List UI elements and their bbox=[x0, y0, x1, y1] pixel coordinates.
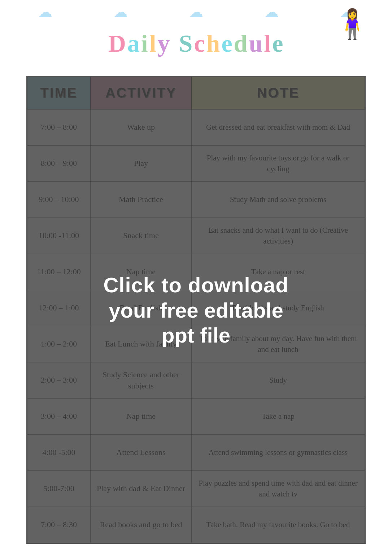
cell-activity: Study Science and other subjects bbox=[91, 362, 192, 399]
cell-time: 7:00 – 8:30 bbox=[27, 507, 91, 543]
cell-note: Take bath. Read my favourite books. Go t… bbox=[192, 507, 365, 543]
table-container: TIME ACTIVITY NOTE 7:00 – 8:00Wake upGet… bbox=[27, 77, 365, 543]
cell-time: 1:00 – 2:00 bbox=[27, 326, 91, 362]
cell-note: Talk with family about my day. Have fun … bbox=[192, 326, 365, 362]
table-row: 1:00 – 2:00Eat Lunch with familyTalk wit… bbox=[27, 326, 365, 362]
cloud-4: ☁ bbox=[264, 4, 279, 21]
table-row: 7:00 – 8:00Wake upGet dressed and eat br… bbox=[27, 109, 365, 146]
header-area: ☁ ☁ ☁ ☁ ☁ Daily Schedule 🧍‍♀️ bbox=[0, 0, 392, 76]
page-title: Daily Schedule bbox=[108, 29, 284, 58]
cell-time: 2:00 – 3:00 bbox=[27, 362, 91, 399]
cell-note: Study bbox=[192, 362, 365, 399]
cell-activity: Wake up bbox=[91, 109, 192, 146]
table-row: 7:00 – 8:30Read books and go to bedTake … bbox=[27, 507, 365, 543]
cell-time: 12:00 – 1:00 bbox=[27, 290, 91, 326]
cell-note: Eat snacks and do what I want to do (Cre… bbox=[192, 218, 365, 254]
table-header-row: TIME ACTIVITY NOTE bbox=[27, 77, 365, 109]
cloud-3: ☁ bbox=[189, 4, 203, 21]
th-time: TIME bbox=[27, 77, 91, 109]
cell-time: 8:00 – 9:00 bbox=[27, 146, 91, 182]
cell-note: Study Math and solve problems bbox=[192, 182, 365, 218]
cloud-1: ☁ bbox=[38, 4, 52, 21]
clouds-top: ☁ ☁ ☁ ☁ ☁ bbox=[0, 0, 392, 24]
cell-note: Play puzzles and spend time with dad and… bbox=[192, 471, 365, 507]
cell-note: Take a nap or rest bbox=[192, 254, 365, 290]
schedule-wrapper: TIME ACTIVITY NOTE 7:00 – 8:00Wake upGet… bbox=[26, 76, 366, 544]
cell-time: 10:00 -11:00 bbox=[27, 218, 91, 254]
cell-note: Take a nap bbox=[192, 399, 365, 435]
th-note: NOTE bbox=[192, 77, 365, 109]
table-row: 3:00 – 4:00Nap timeTake a nap bbox=[27, 399, 365, 435]
cell-time: 9:00 – 10:00 bbox=[27, 182, 91, 218]
cell-time: 4:00 -5:00 bbox=[27, 435, 91, 471]
cell-activity: Eat Lunch with family bbox=[91, 326, 192, 362]
cell-time: 3:00 – 4:00 bbox=[27, 399, 91, 435]
cell-note: Attend swimming lessons or gymnastics cl… bbox=[192, 435, 365, 471]
table-row: 11:00 – 12:00Nap timeTake a nap or rest bbox=[27, 254, 365, 290]
cell-time: 11:00 – 12:00 bbox=[27, 254, 91, 290]
cell-note: Get dressed and eat breakfast with mom &… bbox=[192, 109, 365, 146]
cell-activity: Nap time bbox=[91, 399, 192, 435]
table-row: 2:00 – 3:00Study Science and other subje… bbox=[27, 362, 365, 399]
girl-figure: 🧍‍♀️ bbox=[334, 7, 370, 41]
cell-activity: Math Practice bbox=[91, 182, 192, 218]
schedule-table: TIME ACTIVITY NOTE 7:00 – 8:00Wake upGet… bbox=[27, 77, 365, 543]
cell-activity: Read English bbox=[91, 290, 192, 326]
table-row: 8:00 – 9:00PlayPlay with my favourite to… bbox=[27, 146, 365, 182]
table-row: 4:00 -5:00Attend LessonsAttend swimming … bbox=[27, 435, 365, 471]
cloud-2: ☁ bbox=[113, 4, 128, 21]
table-row: 9:00 – 10:00Math PracticeStudy Math and … bbox=[27, 182, 365, 218]
table-row: 10:00 -11:00Snack timeEat snacks and do … bbox=[27, 218, 365, 254]
table-row: 5:00-7:00Play with dad & Eat DinnerPlay … bbox=[27, 471, 365, 507]
cell-activity: Nap time bbox=[91, 254, 192, 290]
cell-activity: Read books and go to bed bbox=[91, 507, 192, 543]
table-row: 12:00 – 1:00Read EnglishRead books and s… bbox=[27, 290, 365, 326]
cell-note: Read books and study English bbox=[192, 290, 365, 326]
cell-note: Play with my favourite toys or go for a … bbox=[192, 146, 365, 182]
cell-activity: Play bbox=[91, 146, 192, 182]
cell-activity: Attend Lessons bbox=[91, 435, 192, 471]
cell-activity: Snack time bbox=[91, 218, 192, 254]
cell-time: 5:00-7:00 bbox=[27, 471, 91, 507]
cell-activity: Play with dad & Eat Dinner bbox=[91, 471, 192, 507]
cell-time: 7:00 – 8:00 bbox=[27, 109, 91, 146]
th-activity: ACTIVITY bbox=[91, 77, 192, 109]
